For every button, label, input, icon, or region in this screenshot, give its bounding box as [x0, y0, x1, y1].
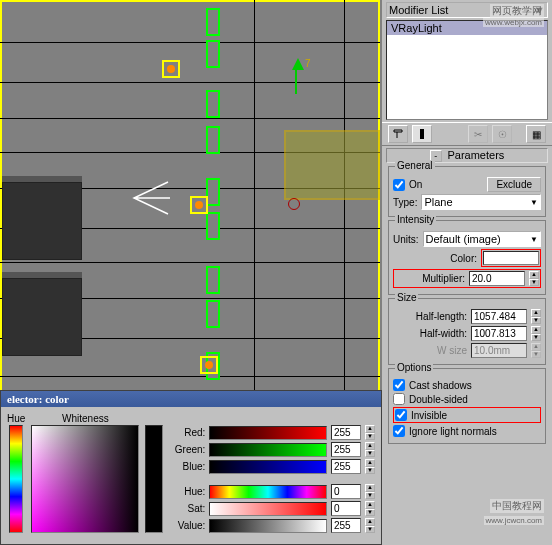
multiplier-input[interactable]: 20.0 — [469, 271, 525, 286]
ignore-normals-checkbox[interactable] — [393, 425, 405, 437]
hue-slider[interactable] — [209, 485, 327, 499]
remove-modifier-button: ☉ — [492, 125, 512, 143]
watermark: 中国教程网 — [490, 499, 544, 513]
double-sided-checkbox[interactable] — [393, 393, 405, 405]
options-group: Options Cast shadows Double-sided Invisi… — [388, 368, 546, 444]
pin-stack-button[interactable] — [388, 125, 408, 143]
dialog-titlebar[interactable]: elector: color — [1, 391, 381, 407]
half-width-input[interactable]: 1007.813 — [471, 326, 527, 341]
half-length-spinner[interactable]: ▲▼ — [531, 309, 541, 324]
value-label: Value: — [169, 520, 205, 531]
blue-spinner[interactable]: ▲▼ — [365, 459, 375, 474]
watermark: 网页教学网 — [490, 4, 544, 18]
green-slider[interactable] — [209, 443, 327, 457]
direction-arrow-icon — [130, 178, 170, 218]
sat-input[interactable]: 0 — [331, 501, 361, 516]
w-size-label: W size — [437, 345, 467, 356]
cast-shadows-checkbox[interactable] — [393, 379, 405, 391]
value-spinner[interactable]: ▲▼ — [365, 518, 375, 533]
size-group: Size Half-length: 1057.484 ▲▼ Half-width… — [388, 298, 546, 365]
blue-input[interactable]: 255 — [331, 459, 361, 474]
general-group: General On Exclude Type: Plane▼ — [388, 166, 546, 217]
half-length-label: Half-length: — [416, 311, 467, 322]
hue-input[interactable]: 0 — [331, 484, 361, 499]
multiplier-label: Multiplier: — [422, 273, 465, 284]
ignore-normals-label: Ignore light normals — [409, 426, 497, 437]
window-geometry[interactable] — [206, 266, 220, 294]
value-input[interactable]: 255 — [331, 518, 361, 533]
whiteness-picker[interactable] — [31, 425, 139, 533]
green-spinner[interactable]: ▲▼ — [365, 442, 375, 457]
show-end-result-button[interactable] — [412, 125, 432, 143]
window-geometry[interactable] — [206, 90, 220, 118]
window-geometry[interactable] — [206, 300, 220, 328]
w-size-input: 10.0mm — [471, 343, 527, 358]
group-label: General — [395, 160, 435, 171]
wall-line — [254, 0, 255, 398]
light-icon[interactable] — [162, 60, 180, 78]
blackness-slider[interactable] — [145, 425, 163, 533]
half-width-spinner[interactable]: ▲▼ — [531, 326, 541, 341]
invisible-checkbox[interactable] — [395, 409, 407, 421]
multiplier-spinner[interactable]: ▲▼ — [529, 271, 539, 286]
axis-label: 7 — [305, 58, 311, 69]
floor-line — [0, 42, 380, 43]
window-geometry[interactable] — [206, 40, 220, 68]
exclude-button[interactable]: Exclude — [487, 177, 541, 192]
invisible-label: Invisible — [411, 410, 447, 421]
w-size-spinner: ▲▼ — [531, 343, 541, 358]
units-dropdown[interactable]: Default (image)▼ — [423, 231, 541, 247]
hue-label: Hue: — [169, 486, 205, 497]
floor-line — [0, 262, 380, 263]
window-geometry[interactable] — [206, 126, 220, 154]
red-input[interactable]: 255 — [331, 425, 361, 440]
floor-line — [0, 376, 380, 377]
light-object-gizmo[interactable] — [284, 130, 380, 200]
command-panel: Modifier List ▼ VRayLight ✂ ☉ ▦ - Parame… — [381, 0, 552, 545]
value-slider[interactable] — [209, 519, 327, 533]
type-dropdown[interactable]: Plane▼ — [421, 194, 541, 210]
group-label: Intensity — [395, 214, 436, 225]
light-icon[interactable] — [200, 356, 218, 374]
double-sided-label: Double-sided — [409, 394, 468, 405]
modifier-stack[interactable]: VRayLight — [386, 20, 548, 120]
building-facade — [2, 182, 82, 260]
make-unique-button: ✂ — [468, 125, 488, 143]
hue-slider[interactable] — [9, 425, 23, 533]
watermark-url: www.jcwcn.com — [484, 516, 544, 525]
sat-label: Sat: — [169, 503, 205, 514]
color-selector-dialog[interactable]: elector: color Hue Whiteness Red:255▲▼Gr… — [0, 390, 382, 545]
hue-spinner[interactable]: ▲▼ — [365, 484, 375, 499]
green-label: Green: — [169, 444, 205, 455]
cast-shadows-label: Cast shadows — [409, 380, 472, 391]
units-label: Units: — [393, 234, 419, 245]
color-label: Color: — [450, 253, 477, 264]
half-width-label: Half-width: — [420, 328, 467, 339]
window-geometry[interactable] — [206, 178, 220, 206]
sat-spinner[interactable]: ▲▼ — [365, 501, 375, 516]
building-facade — [2, 278, 82, 356]
floor-line — [0, 118, 380, 119]
configure-sets-button[interactable]: ▦ — [526, 125, 546, 143]
pivot-icon — [288, 198, 300, 210]
red-slider[interactable] — [209, 426, 327, 440]
red-spinner[interactable]: ▲▼ — [365, 425, 375, 440]
window-geometry[interactable] — [206, 8, 220, 36]
on-checkbox[interactable] — [393, 179, 405, 191]
red-label: Red: — [169, 427, 205, 438]
intensity-group: Intensity Units: Default (image)▼ Color:… — [388, 220, 546, 295]
on-label: On — [409, 179, 422, 190]
group-label: Options — [395, 362, 433, 373]
window-geometry[interactable] — [206, 212, 220, 240]
half-length-input[interactable]: 1057.484 — [471, 309, 527, 324]
modifier-toolbar: ✂ ☉ ▦ — [382, 122, 552, 146]
group-label: Size — [395, 292, 418, 303]
blue-label: Blue: — [169, 461, 205, 472]
color-swatch[interactable] — [483, 251, 539, 265]
green-input[interactable]: 255 — [331, 442, 361, 457]
whiteness-label: Whiteness — [62, 413, 109, 424]
light-icon[interactable] — [190, 196, 208, 214]
blue-slider[interactable] — [209, 460, 327, 474]
sat-slider[interactable] — [209, 502, 327, 516]
svg-rect-0 — [420, 129, 424, 139]
